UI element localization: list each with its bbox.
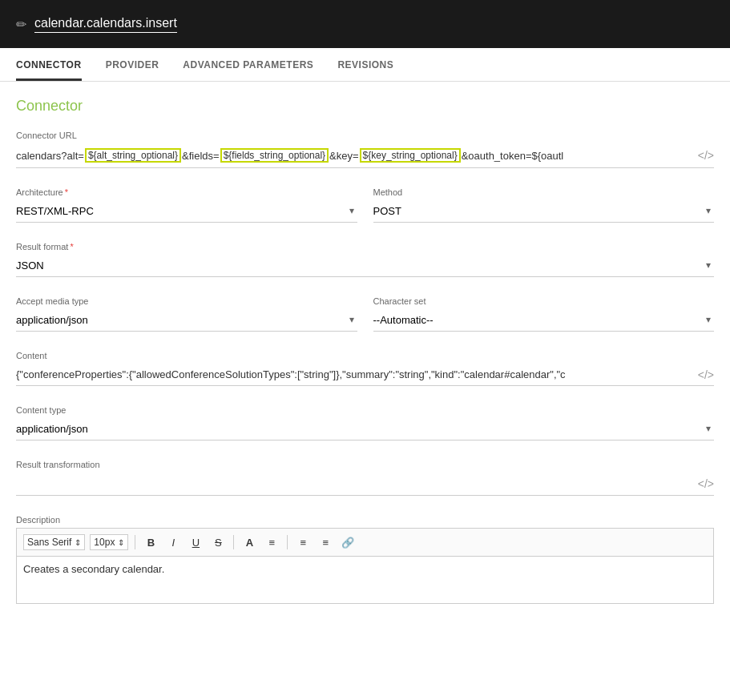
content-type-label: Content type [16,405,714,415]
font-size-select[interactable]: 10px ⇕ [90,534,128,550]
url-token-alt[interactable]: ${alt_string_optional} [85,148,181,163]
toolbar-separator-3 [287,535,288,549]
accept-media-select-wrapper[interactable]: application/json [16,309,357,332]
description-editor-body[interactable]: Creates a secondary calendar. [16,556,714,604]
result-format-select[interactable]: JSON [16,255,714,276]
accept-media-label: Accept media type [16,296,357,306]
font-size-chevron: ⇕ [118,538,124,547]
architecture-required: * [65,187,68,197]
font-select[interactable]: Sans Serif ⇕ [23,534,85,550]
header: ✏ calendar.calendars.insert [0,0,730,48]
method-label: Method [373,187,715,197]
content-container[interactable]: {"conferenceProperties":{"allowedConfere… [16,364,714,386]
url-suffix: &oauth_token=${oautl [462,150,564,162]
font-chevron: ⇕ [75,538,81,547]
url-code-icon[interactable]: </> [692,149,714,162]
method-select[interactable]: POST [373,200,715,222]
link-button[interactable]: 🔗 [339,533,357,551]
method-select-wrapper[interactable]: POST [373,200,715,223]
character-set-select[interactable]: --Automatic-- [373,309,715,331]
architecture-select-wrapper[interactable]: REST/XML-RPC [16,200,357,223]
font-size-value: 10px [94,537,115,548]
toolbar-separator-2 [233,535,234,549]
architecture-label: Architecture * [16,187,357,197]
tab-revisions[interactable]: REVISIONS [337,48,393,81]
content-type-select-wrapper[interactable]: application/json [16,418,714,441]
toolbar-separator-1 [135,535,135,549]
description-group: Description Sans Serif ⇕ 10px ⇕ B I U S … [16,515,714,604]
character-set-field: Character set --Automatic-- [373,296,715,332]
content-code-icon[interactable]: </> [692,368,714,381]
page-title: calendar.calendars.insert [34,16,177,33]
description-label: Description [16,515,714,525]
connector-url-container[interactable]: calendars?alt= ${alt_string_optional} &f… [16,143,714,168]
connector-url-label: Connector URL [16,131,714,140]
tabs-bar: CONNECTOR PROVIDER ADVANCED PARAMETERS R… [0,48,730,82]
unordered-list-button[interactable]: ≡ [317,533,334,551]
character-set-label: Character set [373,296,715,306]
content-group: Content {"conferenceProperties":{"allowe… [16,351,714,386]
underline-button[interactable]: U [187,533,204,551]
tab-provider[interactable]: PROVIDER [106,48,159,81]
result-transform-code-icon[interactable]: </> [692,477,714,490]
result-format-select-wrapper[interactable]: JSON [16,255,714,277]
font-color-button[interactable]: A [240,533,258,551]
align-button[interactable]: ≡ [263,533,280,551]
bold-button[interactable]: B [142,533,159,551]
accept-media-select[interactable]: application/json [16,309,357,331]
architecture-method-row: Architecture * REST/XML-RPC Method POST [16,187,714,223]
result-transform-group: Result transformation </> [16,460,714,496]
result-format-label: Result format * [16,242,714,251]
tab-connector[interactable]: CONNECTOR [16,48,82,81]
strikethrough-button[interactable]: S [209,533,227,551]
accept-media-field: Accept media type application/json [16,296,357,332]
main-content: Connector Connector URL calendars?alt= $… [0,82,730,639]
tab-advanced-parameters[interactable]: ADVANCED PARAMETERS [183,48,313,81]
url-token-key[interactable]: ${key_string_optional} [360,148,461,163]
connector-url-group: Connector URL calendars?alt= ${alt_strin… [16,131,714,168]
connector-url-text: calendars?alt= ${alt_string_optional} &f… [16,143,692,167]
content-label: Content [16,351,714,360]
editor-toolbar: Sans Serif ⇕ 10px ⇕ B I U S A ≡ ≡ ≡ 🔗 [16,528,714,556]
architecture-field: Architecture * REST/XML-RPC [16,187,357,223]
url-token-fields[interactable]: ${fields_string_optional} [220,148,329,163]
url-mid1: &fields= [182,150,220,162]
description-body-text: Creates a secondary calendar. [23,563,164,575]
result-transform-label: Result transformation [16,460,714,469]
url-prefix: calendars?alt= [16,150,84,162]
italic-button[interactable]: I [164,533,182,551]
edit-icon: ✏ [16,17,26,32]
content-type-group: Content type application/json [16,405,714,441]
url-mid2: &key= [329,150,359,162]
font-value: Sans Serif [27,537,71,548]
result-transform-container: </> [16,473,714,496]
media-charset-row: Accept media type application/json Chara… [16,296,714,332]
content-type-select[interactable]: application/json [16,418,714,440]
ordered-list-button[interactable]: ≡ [294,533,312,551]
method-field: Method POST [373,187,715,223]
section-title: Connector [16,98,714,115]
architecture-select[interactable]: REST/XML-RPC [16,200,357,222]
result-format-group: Result format * JSON [16,242,714,277]
result-format-required: * [70,242,73,251]
content-value: {"conferenceProperties":{"allowedConfere… [16,364,692,385]
character-set-select-wrapper[interactable]: --Automatic-- [373,309,715,332]
